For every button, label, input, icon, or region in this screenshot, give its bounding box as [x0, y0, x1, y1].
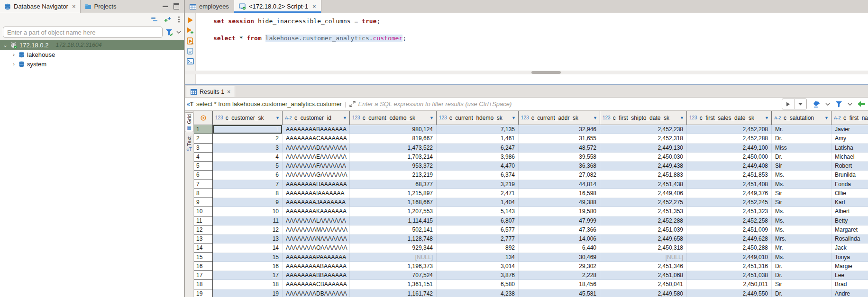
grid-cell[interactable]: 16,598	[519, 189, 600, 198]
grid-cell[interactable]: 2,449,438	[600, 162, 687, 171]
chevron-down-icon[interactable]	[825, 103, 830, 106]
column-header-c_first_sales_date_sk[interactable]: 123c_first_sales_date_sk▼	[687, 111, 772, 125]
grid-cell[interactable]: 2,452,208	[687, 125, 772, 134]
maximize-icon[interactable]	[174, 3, 179, 9]
grid-cell[interactable]: 19,580	[519, 207, 600, 216]
row-number[interactable]: 13	[194, 234, 213, 243]
grid-cell[interactable]: AAAAAAAANAAAAAAA	[283, 234, 350, 243]
close-tab-icon[interactable]: ×	[312, 3, 316, 10]
column-header-c_current_cdemo_sk[interactable]: 123c_current_cdemo_sk▼	[350, 111, 437, 125]
grid-cell[interactable]: 14	[213, 243, 283, 252]
grid-cell[interactable]: Dr.	[772, 153, 831, 162]
grid-cell[interactable]: 1,207,553	[350, 207, 437, 216]
grid-cell[interactable]: 1,461	[437, 134, 519, 143]
row-number[interactable]: 17	[194, 271, 213, 280]
grid-cell[interactable]: 3,986	[437, 153, 519, 162]
object-filter-input[interactable]	[3, 27, 163, 38]
grid-cell[interactable]: 39,558	[519, 153, 600, 162]
grid-cell[interactable]: 47,366	[519, 225, 600, 234]
filter-placeholder[interactable]: Enter a SQL expression to filter results…	[358, 100, 512, 108]
grid-cell[interactable]: 1,215,897	[350, 189, 437, 198]
grid-cell[interactable]: Ms.	[772, 171, 831, 180]
grid-cell[interactable]: Ms.	[772, 180, 831, 189]
grid-cell[interactable]: 8	[213, 189, 283, 198]
grid-cell[interactable]: 10	[213, 207, 283, 216]
grid-cell[interactable]: 11	[213, 216, 283, 225]
grid-cell[interactable]: 953,372	[350, 162, 437, 171]
sql-code[interactable]: set session hide_inaccessible_columns = …	[213, 17, 406, 43]
row-number[interactable]: 2	[194, 134, 213, 143]
grid-cell[interactable]: 1,703,214	[350, 153, 437, 162]
link-with-editor-icon[interactable]	[164, 17, 172, 22]
grid-cell[interactable]: 980,124	[350, 125, 437, 134]
grid-cell[interactable]: 1,128,748	[350, 234, 437, 243]
apply-filter-icon[interactable]	[782, 99, 794, 109]
grid-cell[interactable]: 2,451,323	[687, 207, 772, 216]
grid-cell[interactable]: Mr.	[772, 125, 831, 134]
grid-cell[interactable]: 2,450,030	[600, 153, 687, 162]
tree-item-connection[interactable]: ⌄ 172.18.0.2 172.18.0.2:31604	[0, 40, 184, 50]
grid-cell[interactable]: 29,302	[519, 262, 600, 271]
grid-cell[interactable]: Margie	[831, 262, 868, 271]
grid-cell[interactable]: 2,452,275	[600, 198, 687, 207]
tab-employees[interactable]: employees	[185, 0, 234, 13]
grid-cell[interactable]: AAAAAAAAOAAAAAAA	[283, 243, 350, 252]
grid-cell[interactable]: Tonya	[831, 253, 868, 262]
grid-cell[interactable]: 47,999	[519, 216, 600, 225]
grid-cell[interactable]: 27,082	[519, 171, 600, 180]
sort-dropdown-icon[interactable]: ▼	[275, 116, 280, 120]
grid-cell[interactable]: 6,374	[437, 171, 519, 180]
grid-cell[interactable]: 1,196,373	[350, 262, 437, 271]
grid-cell[interactable]: 2,449,658	[600, 234, 687, 243]
grid-cell[interactable]: 1,473,522	[350, 144, 437, 153]
tab-results-1[interactable]: Results 1 ×	[186, 86, 235, 97]
grid-cell[interactable]: AAAAAAAAFAAAAAAA	[283, 162, 350, 171]
chevron-collapsed-icon[interactable]: ›	[11, 61, 16, 67]
grid-cell[interactable]: 32,946	[519, 125, 600, 134]
grid-cell[interactable]: 18,456	[519, 280, 600, 289]
grid-cell[interactable]: 1,114,415	[350, 216, 437, 225]
grid-cell[interactable]: 2,451,346	[600, 262, 687, 271]
grid-cell[interactable]: Mrs.	[772, 234, 831, 243]
sort-dropdown-icon[interactable]: ▼	[765, 116, 769, 120]
grid-cell[interactable]: 2,451,353	[600, 207, 687, 216]
grid-cell[interactable]: 2,450,318	[600, 243, 687, 252]
chevron-collapsed-icon[interactable]: ›	[11, 52, 16, 57]
row-number[interactable]: 15	[194, 253, 213, 262]
row-number[interactable]: 12	[194, 225, 213, 234]
grid-cell[interactable]: AAAAAAAAMAAAAAAA	[283, 225, 350, 234]
grid-cell[interactable]: 2,451,039	[600, 225, 687, 234]
filter-dropdown-icon[interactable]	[794, 99, 806, 109]
tab-text-presentation[interactable]: Text «T	[185, 135, 193, 153]
grid-cell[interactable]: 6,580	[437, 280, 519, 289]
grid-cell[interactable]: [NULL]	[350, 253, 437, 262]
grid-cell[interactable]: 31,655	[519, 134, 600, 143]
grid-cell[interactable]: 2,451,408	[687, 180, 772, 189]
grid-cell[interactable]: AAAAAAAABBAAAAAA	[283, 271, 350, 280]
grid-cell[interactable]: 49,388	[519, 198, 600, 207]
erase-filter-icon[interactable]	[812, 101, 820, 108]
sql-line[interactable]	[213, 26, 406, 34]
grid-cell[interactable]: 30,469	[519, 253, 600, 262]
row-number[interactable]: 11	[194, 216, 213, 225]
row-number-header[interactable]	[194, 111, 213, 125]
grid-cell[interactable]: 2,450,011	[687, 280, 772, 289]
grid-cell[interactable]: AAAAAAAALAAAAAAA	[283, 216, 350, 225]
filter-objects-icon[interactable]	[165, 29, 174, 36]
grid-cell[interactable]: 14,006	[519, 234, 600, 243]
grid-cell[interactable]: 2,777	[437, 234, 519, 243]
grid-cell[interactable]: Fonda	[831, 180, 868, 189]
grid-cell[interactable]: Karl	[831, 198, 868, 207]
grid-cell[interactable]: AAAAAAAAGAAAAAAA	[283, 171, 350, 180]
row-number[interactable]: 19	[194, 289, 213, 297]
grid-cell[interactable]: 7	[213, 180, 283, 189]
row-number[interactable]: 9	[194, 198, 213, 207]
grid-cell[interactable]: 1,161,742	[350, 289, 437, 297]
previous-results-icon[interactable]	[858, 101, 865, 107]
grid-cell[interactable]: AAAAAAAAKAAAAAAA	[283, 207, 350, 216]
grid-cell[interactable]: 3	[213, 144, 283, 153]
grid-cell[interactable]: Ms.	[772, 253, 831, 262]
grid-cell[interactable]: 2,452,258	[687, 216, 772, 225]
tree-item-lakehouse[interactable]: › lakehouse	[0, 50, 184, 59]
grid-cell[interactable]: 2,452,318	[600, 134, 687, 143]
